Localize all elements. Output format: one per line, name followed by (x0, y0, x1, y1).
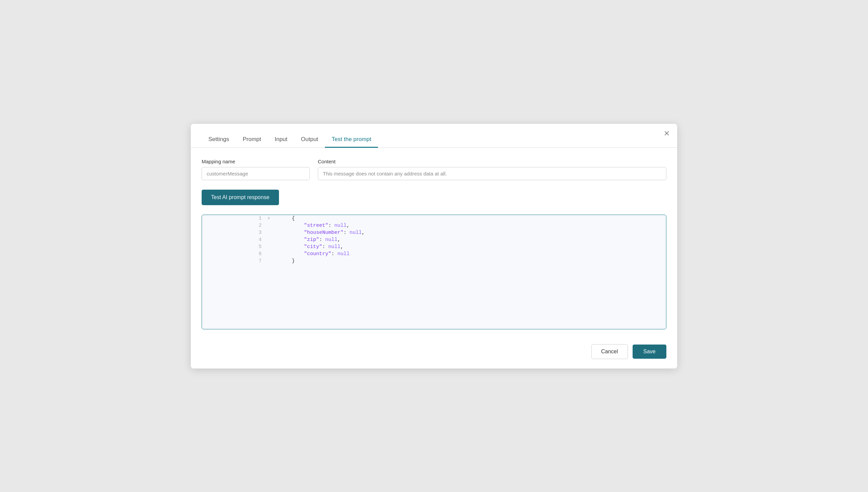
save-button[interactable]: Save (633, 345, 666, 359)
code-content-1: { (289, 215, 666, 222)
dialog: ✕ Settings Prompt Input Output Test the … (191, 124, 677, 369)
tab-settings[interactable]: Settings (202, 132, 236, 148)
line-num-3: 3 (202, 229, 267, 236)
code-content-3: "houseNumber": null, (289, 229, 666, 236)
code-line-2: 2 "street": null, (202, 222, 666, 229)
content-label: Content (318, 158, 666, 164)
code-lines: 1 ∨ { 2 "street": null, 3 "houseNumber":… (202, 215, 666, 325)
close-button[interactable]: ✕ (664, 130, 670, 137)
mapping-name-group: Mapping name (202, 158, 310, 180)
test-ai-prompt-button[interactable]: Test AI prompt response (202, 190, 279, 205)
chevron-4 (267, 236, 289, 243)
tab-input[interactable]: Input (268, 132, 294, 148)
line-num-5: 5 (202, 243, 267, 250)
line-num-4: 4 (202, 236, 267, 243)
line-num-6: 6 (202, 250, 267, 257)
tab-prompt[interactable]: Prompt (236, 132, 268, 148)
chevron-2 (267, 222, 289, 229)
line-num-2: 2 (202, 222, 267, 229)
code-content-6: "country": null (289, 250, 666, 257)
code-line-5: 5 "city": null, (202, 243, 666, 250)
tab-output[interactable]: Output (294, 132, 325, 148)
code-content-2: "street": null, (289, 222, 666, 229)
code-content-7: } (289, 257, 666, 265)
content-input[interactable] (318, 167, 666, 180)
chevron-1: ∨ (267, 215, 289, 222)
content-group: Content (318, 158, 666, 180)
code-line-4: 4 "zip": null, (202, 236, 666, 243)
code-content-5: "city": null, (289, 243, 666, 250)
tab-bar: Settings Prompt Input Output Test the pr… (191, 124, 677, 148)
form-row: Mapping name Content (202, 158, 666, 180)
code-line-3: 3 "houseNumber": null, (202, 229, 666, 236)
chevron-5 (267, 243, 289, 250)
mapping-name-input[interactable] (202, 167, 310, 180)
chevron-7 (267, 257, 289, 265)
code-line-6: 6 "country": null (202, 250, 666, 257)
code-line-7: 7 } (202, 257, 666, 265)
line-num-1: 1 (202, 215, 267, 222)
code-editor: 1 ∨ { 2 "street": null, 3 "houseNumber":… (202, 215, 666, 329)
code-content-4: "zip": null, (289, 236, 666, 243)
chevron-6 (267, 250, 289, 257)
line-num-7: 7 (202, 257, 267, 265)
cancel-button[interactable]: Cancel (591, 344, 628, 359)
mapping-name-label: Mapping name (202, 158, 310, 164)
dialog-footer: Cancel Save (191, 338, 677, 369)
tab-test-the-prompt[interactable]: Test the prompt (325, 132, 378, 148)
code-line-1: 1 ∨ { (202, 215, 666, 222)
code-line-empty (202, 265, 666, 325)
chevron-3 (267, 229, 289, 236)
main-content: Mapping name Content Test AI prompt resp… (191, 148, 677, 338)
